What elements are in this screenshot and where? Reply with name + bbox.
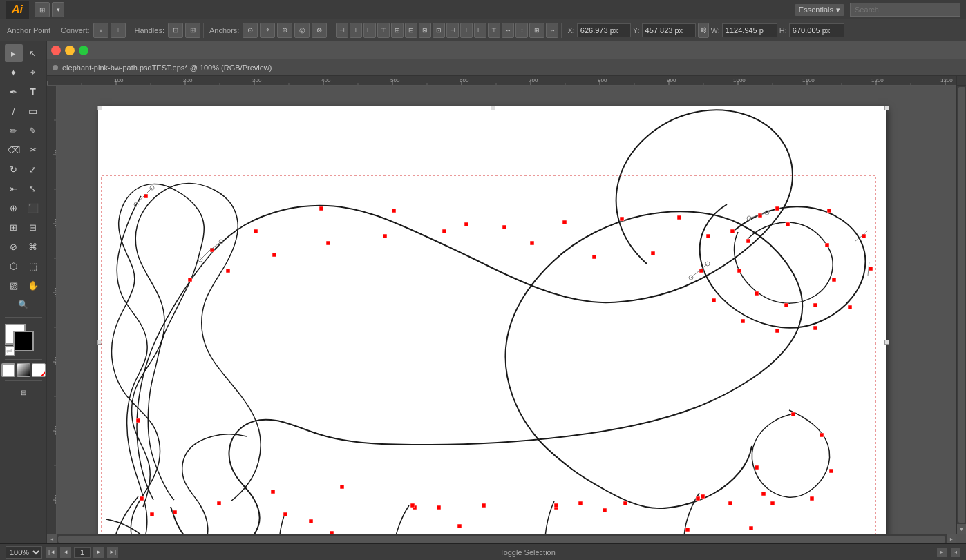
lasso-tool-btn[interactable]: ⌖ xyxy=(24,64,42,81)
menu-grid-icon[interactable]: ⊞ xyxy=(35,2,50,17)
live-paint-tools-row: ⬡ ⬚ xyxy=(5,257,42,275)
color-mode-btn[interactable] xyxy=(1,363,15,377)
anchors-label: Anchors: xyxy=(209,26,239,35)
scroll-right-btn[interactable]: ► xyxy=(947,534,956,544)
zoom-select[interactable]: 100% 50% 200% 300% xyxy=(6,546,42,559)
align-btn-8[interactable]: ⊡ xyxy=(433,23,445,38)
scroll-down-btn[interactable]: ▼ xyxy=(957,524,967,534)
symbol-spray-tool-btn[interactable]: ⊕ xyxy=(5,199,23,217)
align-btn-2[interactable]: ⊥ xyxy=(350,23,362,38)
none-mode-btn[interactable] xyxy=(32,363,46,377)
status-bar: 100% 50% 200% 300% |◄ ◄ ► ►| Toggle Sele… xyxy=(0,543,966,560)
canvas-viewport[interactable] xyxy=(57,86,956,534)
align-btn-11[interactable]: ⊢ xyxy=(474,23,486,38)
close-window-btn[interactable] xyxy=(51,46,61,55)
canvas-area[interactable]: elephant-pink-bw-path.psdTEST.eps* @ 100… xyxy=(47,41,966,543)
zoom-tool-btn[interactable]: 🔍 xyxy=(15,296,32,313)
eyedropper-tool-btn[interactable]: ⊘ xyxy=(5,238,23,255)
scale-tool-btn[interactable]: ⤢ xyxy=(24,160,42,178)
align-btn-9[interactable]: ⊣ xyxy=(446,23,459,38)
anchors-btn-3[interactable]: ⊕ xyxy=(277,23,292,38)
anchors-btn-2[interactable]: ⌖ xyxy=(260,23,275,38)
rotate-tool-btn[interactable]: ↻ xyxy=(5,160,23,178)
svg-text:200: 200 xyxy=(183,77,193,84)
scroll-left-btn[interactable]: ◄ xyxy=(47,534,57,544)
align-btn-5[interactable]: ⊞ xyxy=(391,23,404,38)
blend-tool-btn[interactable]: ⌘ xyxy=(24,238,42,255)
workspace-switcher[interactable]: Essentials ▾ xyxy=(795,4,844,16)
selection-tool-btn[interactable]: ▸ xyxy=(5,44,23,62)
align-btn-14[interactable]: ↕ xyxy=(515,23,528,38)
stroke-color-swatch[interactable] xyxy=(13,331,34,351)
status-expand-btn[interactable]: ▸ xyxy=(937,548,947,557)
artboard-tool-btn[interactable]: ⊞ xyxy=(5,218,23,236)
scroll-thumb-horizontal[interactable] xyxy=(58,536,945,543)
scissors-tool-btn[interactable]: ✂ xyxy=(24,141,42,159)
next-page-btn[interactable]: ► xyxy=(93,547,104,558)
maximize-window-btn[interactable] xyxy=(79,46,88,55)
minimize-window-btn[interactable] xyxy=(65,46,75,55)
workspace-chevron-icon: ▾ xyxy=(836,6,840,15)
gradient-tools-row: ▨ ✋ xyxy=(5,276,42,294)
w-input[interactable] xyxy=(722,23,777,37)
align-btn-7[interactable]: ⊠ xyxy=(419,23,431,38)
menu-arrow-icon[interactable]: ▾ xyxy=(52,2,64,17)
pen-tool-btn[interactable]: ✒ xyxy=(5,83,23,101)
hand-tool-btn[interactable]: ✋ xyxy=(24,276,42,294)
status-collapse-btn[interactable]: ◂ xyxy=(951,548,960,557)
handles-btn-1[interactable]: ⊡ xyxy=(168,23,183,38)
direct-selection-tool-btn[interactable]: ↖ xyxy=(24,44,42,62)
pencil-tool-btn[interactable]: ✎ xyxy=(24,122,42,139)
anchors-btn-1[interactable]: ⊙ xyxy=(243,23,258,38)
handles-btn-2[interactable]: ⊞ xyxy=(185,23,200,38)
x-label: X: xyxy=(567,26,574,35)
align-btn-10[interactable]: ⊥ xyxy=(460,23,473,38)
align-btn-4[interactable]: ⊤ xyxy=(377,23,390,38)
align-btn-1[interactable]: ⊣ xyxy=(336,23,348,38)
type-tool-btn[interactable]: T xyxy=(24,83,42,101)
gradient-mode-btn[interactable] xyxy=(17,363,30,377)
convert-btn-2[interactable]: ⟂ xyxy=(111,23,126,38)
rect-tool-btn[interactable]: ▭ xyxy=(24,102,42,120)
swap-colors-icon[interactable]: ⇌ xyxy=(5,346,15,356)
page-number-input[interactable] xyxy=(74,547,91,558)
y-label: Y: xyxy=(633,26,640,35)
eraser-tool-btn[interactable]: ⌫ xyxy=(5,141,23,159)
live-paint-tool-btn[interactable]: ⬡ xyxy=(5,257,23,275)
prev-page-btn[interactable]: ◄ xyxy=(60,547,71,558)
scroll-thumb-vertical[interactable] xyxy=(958,87,965,523)
first-page-btn[interactable]: |◄ xyxy=(46,547,57,558)
transform-btn-2[interactable]: ↔ xyxy=(546,23,558,38)
x-input[interactable] xyxy=(577,23,631,37)
color-swatches: ⇌ xyxy=(5,324,42,356)
screen-mode-btn[interactable]: ⊟ xyxy=(14,385,33,400)
anchors-btn-5[interactable]: ⊗ xyxy=(312,23,327,38)
align-btn-6[interactable]: ⊟ xyxy=(405,23,417,38)
transform-btn-1[interactable]: ⊞ xyxy=(529,23,544,38)
warp-tool-btn[interactable]: ⤜ xyxy=(5,180,23,197)
w-label: W: xyxy=(711,26,720,35)
slice-tool-btn[interactable]: ⊟ xyxy=(24,218,42,236)
link-xy-btn[interactable]: ⛓ xyxy=(698,23,709,38)
y-input[interactable] xyxy=(642,23,696,37)
bottom-scrollbar[interactable]: ◄ ► xyxy=(47,534,956,543)
last-page-btn[interactable]: ►| xyxy=(107,547,118,558)
search-input[interactable] xyxy=(850,3,960,17)
document-tab[interactable]: elephant-pink-bw-path.psdTEST.eps* @ 100… xyxy=(47,59,966,76)
convert-btn-1[interactable]: ⟁ xyxy=(93,23,108,38)
window-chrome xyxy=(51,46,88,55)
magic-wand-tool-btn[interactable]: ✦ xyxy=(5,64,23,81)
gradient-tool-btn[interactable]: ▨ xyxy=(5,276,23,294)
graph-tool-btn[interactable]: ⬛ xyxy=(24,199,42,217)
right-scrollbar[interactable]: ▲ ▼ xyxy=(956,76,966,534)
selection-tools-row: ▸ ↖ xyxy=(5,44,42,62)
free-transform-tool-btn[interactable]: ⤡ xyxy=(24,180,42,197)
line-tool-btn[interactable]: / xyxy=(5,102,23,120)
paintbrush-tool-btn[interactable]: ✏ xyxy=(5,122,23,139)
align-btn-3[interactable]: ⊢ xyxy=(363,23,376,38)
h-input[interactable] xyxy=(789,23,844,37)
align-btn-13[interactable]: ↔ xyxy=(502,23,514,38)
align-btn-12[interactable]: ⊤ xyxy=(488,23,500,38)
anchors-btn-4[interactable]: ◎ xyxy=(294,23,310,38)
mesh-tool-btn[interactable]: ⬚ xyxy=(24,257,42,275)
